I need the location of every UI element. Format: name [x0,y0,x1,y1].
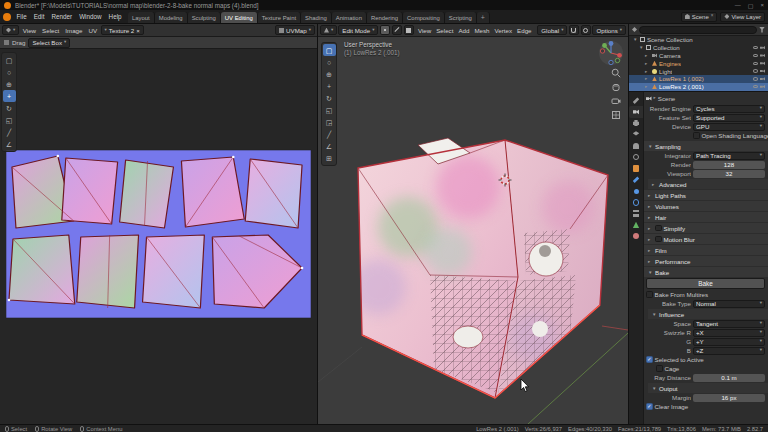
scene-unlink-icon[interactable]: × [711,14,714,19]
vp-tool-rotate[interactable]: ↻ [323,92,336,104]
workspace-tab-uv-editing[interactable]: UV Editing [221,12,258,23]
render-visibility-icon[interactable] [760,85,765,89]
device-dropdown[interactable]: GPU▾ [693,123,765,131]
hide-icon[interactable] [753,62,758,66]
hide-icon[interactable] [753,69,758,73]
vp-menu-view[interactable]: View [415,27,433,34]
vp-menu-mesh[interactable]: Mesh [472,27,492,34]
vp-tool-select-circle[interactable]: ○ [323,56,336,68]
selected-to-active-checkbox[interactable]: ✓ [646,356,653,363]
snap-magnet-icon[interactable] [569,25,579,35]
expand-icon[interactable]: ▸ [645,61,650,66]
hide-icon[interactable] [753,54,758,58]
minimize-button[interactable]: — [735,2,741,9]
properties-tab-view-layer[interactable] [629,129,643,140]
uv-islands-canvas[interactable] [0,49,317,424]
workspace-tab-layout[interactable]: Layout [128,12,155,23]
camera-view-icon[interactable] [611,96,621,106]
render-visibility-icon[interactable] [760,61,765,65]
workspace-tab-compositing[interactable]: Compositing [403,12,445,23]
vp-tool-annotate[interactable]: ╱ [323,128,336,140]
menu-help[interactable]: Help [105,13,125,20]
maximize-button[interactable]: ▢ [748,2,754,9]
vp-menu-add[interactable]: Add [456,27,472,34]
render-engine-dropdown[interactable]: Cycles▾ [693,105,765,113]
section-motion-blur[interactable]: ▸Motion Blur [644,234,768,244]
viewport-canvas[interactable] [318,37,628,424]
hide-icon[interactable] [753,85,758,89]
uv-tool-scale[interactable]: ◱ [3,114,16,126]
render-samples-field[interactable]: 128 [693,161,765,169]
ray-distance-field[interactable]: 0.1 m [693,374,765,382]
navigation-gizmo[interactable] [598,40,624,68]
properties-tab-physics[interactable] [629,197,643,208]
outliner-editor-icon[interactable] [632,27,637,32]
outliner-row-engines[interactable]: ▸ Engines [629,59,768,67]
edge-select-mode-button[interactable] [392,25,402,35]
properties-tab-modifiers[interactable] [629,174,643,185]
render-visibility-icon[interactable] [760,53,765,57]
tool-setting-dropdown[interactable]: Select Box ▾ [28,38,70,48]
vp-menu-select[interactable]: Select [434,27,456,34]
outliner-row-scene-collection[interactable]: ▼ Scene Collection [629,36,768,44]
section-hair[interactable]: ▸Hair [644,212,768,222]
vp-tool-cursor[interactable]: ⊕ [323,68,336,80]
pan-hand-icon[interactable] [611,82,621,92]
clear-image-checkbox[interactable]: ✓ [646,403,653,410]
vp-tool-select-box[interactable]: ▢ [323,44,336,56]
expand-icon[interactable]: ▸ [645,53,650,58]
outliner-row-camera[interactable]: ▸ Camera [629,52,768,60]
add-workspace-button[interactable]: + [477,12,490,23]
render-visibility-icon[interactable] [760,46,765,50]
vp-tool-transform[interactable]: ◲ [323,116,336,128]
vertex-select-mode-button[interactable] [380,25,390,35]
properties-tab-constraints[interactable] [629,208,643,219]
cage-checkbox[interactable] [656,365,663,372]
section-simplify[interactable]: ▸Simplify [644,223,768,233]
section-sampling[interactable]: ▼ Sampling [644,141,768,151]
bake-type-dropdown[interactable]: Normal▾ [693,300,765,308]
vp-tool-add-cube[interactable]: ⊞ [323,152,336,164]
section-output[interactable]: ▼ Output [648,383,768,393]
integrator-dropdown[interactable]: Path Tracing▾ [693,152,765,160]
outliner-row-light[interactable]: ▸ Light [629,67,768,75]
outliner-row-lowres-1[interactable]: ▸ LowRes 1 (.002) [629,75,768,83]
active-tool-icon[interactable] [4,40,9,45]
vp-menu-vertex[interactable]: Vertex [492,27,515,34]
uv-menu-image[interactable]: Image [63,27,85,34]
render-visibility-icon[interactable] [760,77,765,81]
proportional-edit-icon[interactable] [581,25,591,35]
outliner-search-input[interactable] [639,26,757,34]
hide-icon[interactable] [753,77,758,81]
properties-tab-object[interactable] [629,163,643,174]
viewport-samples-field[interactable]: 32 [693,170,765,178]
render-visibility-icon[interactable] [760,69,765,73]
menu-window[interactable]: Window [76,13,105,20]
uv-tool-measure[interactable]: ∠ [3,138,16,150]
swizzle-b-dropdown[interactable]: +Z▾ [693,347,765,355]
workspace-tab-modeling[interactable]: Modeling [155,12,188,23]
vp-menu-face[interactable]: Face [534,27,536,34]
margin-field[interactable]: 16 px [693,394,765,402]
zoom-icon[interactable] [611,68,621,78]
properties-tab-tool[interactable] [629,95,643,106]
workspace-tab-shading[interactable]: Shading [301,12,332,23]
properties-tab-material[interactable] [629,231,643,242]
properties-tab-output[interactable] [629,118,643,129]
workspace-tab-sculpting[interactable]: Sculpting [188,12,221,23]
swizzle-r-dropdown[interactable]: +X▾ [693,329,765,337]
bake-from-multires-checkbox[interactable] [646,291,653,298]
close-button[interactable]: × [760,2,764,9]
section-volumes[interactable]: ▸Volumes [644,201,768,211]
vp-tool-scale[interactable]: ◱ [323,104,336,116]
properties-tab-particles[interactable] [629,185,643,196]
menu-render[interactable]: Render [48,13,76,20]
properties-tab-render[interactable] [629,106,643,117]
scene-selector[interactable]: Scene × [681,12,718,22]
space-dropdown[interactable]: Tangent▾ [693,320,765,328]
blender-app-menu-icon[interactable] [3,13,11,21]
menu-edit[interactable]: Edit [30,13,48,20]
mode-selector[interactable]: Edit Mode ▾ [338,25,378,35]
expand-icon[interactable]: ▸ [645,84,650,89]
face-select-mode-button[interactable] [404,25,414,35]
